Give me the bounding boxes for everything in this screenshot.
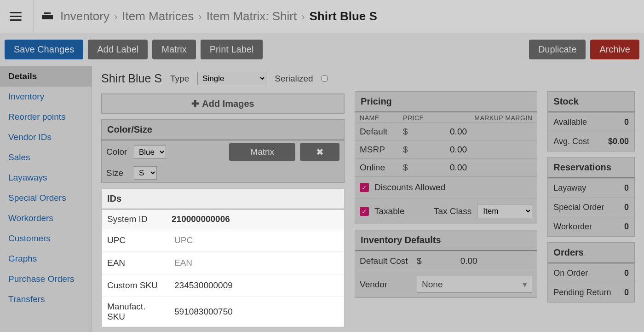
reservation-row: Special Order0 xyxy=(548,198,634,217)
system-id-label: System ID xyxy=(102,210,166,229)
reservation-row: Workorder0 xyxy=(548,217,634,236)
orders-panel: Orders On Order0Pending Return0 xyxy=(547,242,635,303)
breadcrumb-name: Shirt xyxy=(272,9,297,23)
currency-symbol: $ xyxy=(403,127,415,137)
breadcrumb: Inventory › Item Matrices › Item Matrix:… xyxy=(60,9,377,23)
sidebar-item-reorder-points[interactable]: Reorder points xyxy=(0,107,92,127)
price-name: MSRP xyxy=(360,145,403,155)
ean-input[interactable] xyxy=(172,256,339,269)
taxable-label: Taxable xyxy=(374,206,405,216)
avg-cost-value: $0.00 xyxy=(608,137,629,146)
vendor-select[interactable]: None ▾ xyxy=(417,276,532,293)
order-value: 0 xyxy=(624,288,629,297)
color-size-panel: Color/Size Color Blue Matrix ✖ Size S xyxy=(101,119,345,183)
type-select[interactable]: Single xyxy=(197,72,266,85)
price-row: Online$0.00 xyxy=(355,158,537,176)
reservation-row: Layaway0 xyxy=(548,178,634,198)
inventory-defaults-header: Inventory Defaults xyxy=(355,230,537,251)
order-label: Pending Return xyxy=(553,288,611,297)
reservation-value: 0 xyxy=(624,183,629,193)
topbar: Inventory › Item Matrices › Item Matrix:… xyxy=(0,0,644,33)
divider xyxy=(33,0,34,33)
archive-button[interactable]: Archive xyxy=(590,40,639,59)
manufact-sku-label: Manufact. SKU xyxy=(102,297,166,327)
color-matrix-button[interactable]: Matrix xyxy=(229,143,295,161)
main-content: Shirt Blue S Type Single Serialized ✚ Ad… xyxy=(92,66,644,332)
item-name: Shirt Blue S xyxy=(101,72,162,85)
remove-variant-button[interactable]: ✖ xyxy=(300,143,339,161)
tax-class-label: Tax Class xyxy=(434,206,472,216)
menu-icon[interactable] xyxy=(6,7,25,26)
serialized-checkbox[interactable] xyxy=(322,76,328,82)
sidebar-item-purchase-orders[interactable]: Purchase Orders xyxy=(0,269,92,289)
sidebar-item-details[interactable]: Details xyxy=(0,66,92,87)
chevron-right-icon: › xyxy=(114,11,117,23)
action-bar: Save Changes Add Label Matrix Print Labe… xyxy=(0,33,644,66)
color-label: Color xyxy=(106,147,129,157)
size-select[interactable]: S xyxy=(134,166,157,180)
sidebar-item-special-orders[interactable]: Special Orders xyxy=(0,188,92,208)
order-label: On Order xyxy=(553,268,588,278)
reservation-value: 0 xyxy=(624,222,629,232)
system-id-value: 210000000006 xyxy=(166,210,344,229)
col-price: PRICE xyxy=(403,114,467,122)
tax-class-select[interactable]: Item xyxy=(477,204,532,218)
sidebar-item-workorders[interactable]: Workorders xyxy=(0,208,92,228)
orders-header: Orders xyxy=(548,243,634,263)
sidebar-item-customers[interactable]: Customers xyxy=(0,228,92,249)
sidebar-item-inventory[interactable]: Inventory xyxy=(0,87,92,107)
color-select[interactable]: Blue xyxy=(134,146,166,159)
currency-symbol: $ xyxy=(403,163,415,173)
sidebar: DetailsInventoryReorder pointsVendor IDs… xyxy=(0,66,92,332)
price-value[interactable]: 0.00 xyxy=(415,163,532,173)
color-size-header: Color/Size xyxy=(102,120,344,140)
breadcrumb-item-matrix[interactable]: Item Matrix: Shirt xyxy=(207,9,297,23)
matrix-button[interactable]: Matrix xyxy=(152,40,196,59)
sidebar-item-sales[interactable]: Sales xyxy=(0,147,92,168)
upc-input[interactable] xyxy=(172,234,339,247)
sidebar-item-vendor-ids[interactable]: Vendor IDs xyxy=(0,127,92,147)
chevron-right-icon: › xyxy=(198,11,201,23)
vendor-value: None xyxy=(422,280,443,290)
available-label: Available xyxy=(553,117,587,127)
col-margin: MARGIN xyxy=(505,114,532,122)
custom-sku-input[interactable] xyxy=(172,279,339,292)
ids-panel: IDs System ID 210000000006 UPC EAN xyxy=(101,188,345,327)
order-row: Pending Return0 xyxy=(548,283,634,302)
breadcrumb-inventory[interactable]: Inventory xyxy=(60,9,109,23)
default-cost-label: Default Cost xyxy=(360,256,410,266)
sidebar-item-layaways[interactable]: Layaways xyxy=(0,168,92,188)
order-row: On Order0 xyxy=(548,263,634,283)
chevron-right-icon: › xyxy=(301,11,305,23)
module-icon xyxy=(42,12,53,21)
serialized-label: Serialized xyxy=(275,74,313,84)
pricing-header: Pricing xyxy=(355,92,537,112)
avg-cost-label: Avg. Cost xyxy=(553,137,589,146)
taxable-checkbox[interactable]: ✓ xyxy=(360,207,369,216)
print-label-button[interactable]: Print Label xyxy=(201,40,263,59)
save-button[interactable]: Save Changes xyxy=(5,40,83,59)
sidebar-item-graphs[interactable]: Graphs xyxy=(0,249,92,269)
order-value: 0 xyxy=(624,268,629,278)
sidebar-item-transfers[interactable]: Transfers xyxy=(0,289,92,309)
ean-label: EAN xyxy=(102,252,166,274)
price-value[interactable]: 0.00 xyxy=(415,145,532,155)
price-name: Default xyxy=(360,127,403,137)
upc-label: UPC xyxy=(102,229,166,252)
duplicate-button[interactable]: Duplicate xyxy=(529,40,586,59)
discounts-checkbox[interactable]: ✓ xyxy=(360,183,369,192)
size-label: Size xyxy=(106,168,129,178)
reservation-label: Layaway xyxy=(553,183,586,193)
chevron-down-icon: ▾ xyxy=(523,279,527,290)
add-images-button[interactable]: ✚ Add Images xyxy=(101,93,345,114)
price-value[interactable]: 0.00 xyxy=(415,127,532,137)
breadcrumb-prefix: Item Matrix: xyxy=(207,9,269,23)
breadcrumb-current: Shirt Blue S xyxy=(309,9,377,23)
pricing-panel: Pricing NAME PRICE MARKUP MARGIN Default… xyxy=(355,91,537,224)
reservations-panel: Reservations Layaway0Special Order0Worko… xyxy=(547,157,635,237)
breadcrumb-item-matrices[interactable]: Item Matrices xyxy=(122,9,194,23)
manufact-sku-input[interactable] xyxy=(172,305,339,318)
add-label-button[interactable]: Add Label xyxy=(88,40,148,59)
default-cost-value[interactable]: 0.00 xyxy=(428,256,477,266)
vendor-label: Vendor xyxy=(360,280,410,290)
